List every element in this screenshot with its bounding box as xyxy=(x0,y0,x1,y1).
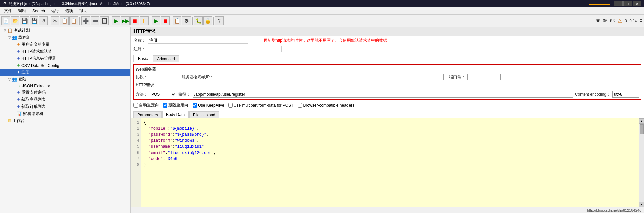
keepalive-checkbox[interactable] xyxy=(193,103,197,108)
name-label: 名称： xyxy=(133,38,146,43)
tree-node-view-results[interactable]: 📊 察看结果树 xyxy=(0,110,130,117)
expand-test-plan[interactable]: ▽ xyxy=(3,28,7,33)
toolbar-new[interactable]: 📄 xyxy=(1,16,10,25)
line-num-4: 4 xyxy=(132,138,139,144)
toolbar-sep-6 xyxy=(192,17,193,25)
toolbar-shutdown[interactable]: ⏸ xyxy=(140,16,149,25)
icon-thread-group: 👥 xyxy=(12,35,17,40)
follow-redirect-checkbox[interactable] xyxy=(163,103,167,108)
tab-parameters[interactable]: Parameters xyxy=(133,111,162,118)
toolbar-config[interactable]: ⚙ xyxy=(182,16,191,25)
name-input[interactable] xyxy=(148,37,248,44)
tree-node-register[interactable]: ✦ 注册 xyxy=(0,69,130,76)
maximize-button[interactable]: □ xyxy=(623,1,632,6)
toolbar-remote-start[interactable]: ▶ xyxy=(152,16,160,25)
port-input[interactable] xyxy=(467,74,501,80)
tree-node-get-products[interactable]: ✦ 获取商品列表 xyxy=(0,96,130,103)
toolbar-help[interactable]: ? xyxy=(215,16,224,25)
expand-thread-group[interactable]: ▽ xyxy=(7,35,12,40)
toolbar-start[interactable]: ▶ xyxy=(112,16,120,25)
code-content[interactable]: { "mobile":"${mobile}", "password":"${pa… xyxy=(141,118,639,207)
scroll-thumb[interactable] xyxy=(640,124,644,134)
tree-node-login[interactable]: ▽ 👥 登陆 xyxy=(0,76,130,83)
toolbar-save[interactable]: 💾 xyxy=(20,16,29,25)
line-num-3: 3 xyxy=(132,132,139,138)
comment-input[interactable] xyxy=(148,46,282,52)
name-row: 名称： 再新增http请求的时候，这里就不用写了。会使用默认请求值中的数据 xyxy=(131,36,644,45)
multipart-checkbox[interactable] xyxy=(228,103,233,108)
toolbar-bug[interactable]: 🐛 xyxy=(194,16,203,25)
tab-basic[interactable]: Basic xyxy=(133,55,152,62)
panel-title: HTTP请求 xyxy=(133,28,155,34)
line-num-6: 6 xyxy=(132,150,139,156)
tree-node-thread-group[interactable]: ▽ 👥 线程组 xyxy=(0,34,130,41)
toolbar-collapse[interactable]: ➖ xyxy=(91,16,99,25)
title-bar-controls: ▬▬▬▬▬▬▬ ─ □ ✕ xyxy=(589,1,641,6)
encoding-input[interactable] xyxy=(612,91,639,98)
toolbar-expand[interactable]: ➕ xyxy=(81,16,90,25)
menu-bar: 文件 编辑 Search 运行 选项 帮助 xyxy=(0,7,644,15)
toolbar-revert[interactable]: ↺ xyxy=(39,16,48,25)
tree-node-reset-pay-pw[interactable]: ✦ 重置支付密码 xyxy=(0,89,130,96)
toolbar-remote-stop[interactable]: ⏹ xyxy=(161,16,170,25)
scroll-down-button[interactable]: ▼ xyxy=(639,202,644,207)
toolbar-saveas[interactable]: 💾 xyxy=(30,16,38,25)
menu-search[interactable]: Search xyxy=(30,8,48,14)
tab-files-upload[interactable]: Files Upload xyxy=(189,111,219,118)
code-scrollbar[interactable]: ▲ ▼ xyxy=(639,118,644,207)
toolbar-stop[interactable]: ⏹ xyxy=(130,16,139,25)
tab-advanced[interactable]: Advanced xyxy=(153,55,179,62)
auto-redirect-checkbox[interactable] xyxy=(133,103,138,108)
code-line-4: "platform":"windows", xyxy=(144,138,636,144)
comment-row: 注释： xyxy=(131,45,644,53)
checkbox-keepalive: Use KeepAlive xyxy=(193,103,224,108)
menu-file[interactable]: 文件 xyxy=(1,7,15,14)
toolbar-ssl[interactable]: 🔒 xyxy=(203,16,212,25)
browser-compat-checkbox[interactable] xyxy=(298,103,302,108)
scroll-up-button[interactable]: ▲ xyxy=(639,118,644,124)
scroll-track[interactable] xyxy=(639,124,644,202)
tree-node-workbench[interactable]: 🖥 工作台 xyxy=(0,117,130,124)
tree-node-test-plan[interactable]: ▽ 📋 测试计划 xyxy=(0,27,130,34)
tree-node-json-extractor[interactable]: → JSON Extractor xyxy=(0,83,130,89)
toolbar-paste[interactable]: 📋 xyxy=(69,16,78,25)
run-time: 00:00:03 xyxy=(596,18,615,23)
menu-run[interactable]: 运行 xyxy=(48,7,62,14)
toolbar-start-nopause[interactable]: ▶▶ xyxy=(121,16,130,25)
close-button[interactable]: ✕ xyxy=(633,1,641,6)
status-url: http://blog.csdn.net/ljp812184246 xyxy=(587,208,641,212)
tree-node-http-headers[interactable]: ✦ HTTP信息头管理器 xyxy=(0,55,130,62)
code-line-3: "password":"${password}", xyxy=(144,132,636,138)
protocol-input[interactable] xyxy=(150,74,176,80)
line-numbers: 1 2 3 4 5 6 7 8 xyxy=(131,118,141,207)
menu-help[interactable]: 帮助 xyxy=(76,7,90,14)
tree-node-csv-config[interactable]: ✦ CSV Data Set Config xyxy=(0,62,130,69)
toolbar-template[interactable]: 📋 xyxy=(173,16,181,25)
status-bar: http://blog.csdn.net/ljp812184246 xyxy=(131,207,644,213)
toolbar-cut[interactable]: ✂ xyxy=(51,16,59,25)
icon-http-defaults: ✦ xyxy=(17,49,20,54)
checkbox-follow-redirect: 跟随重定向 xyxy=(163,102,189,108)
menu-options[interactable]: 选项 xyxy=(62,7,76,14)
tree-node-get-orders[interactable]: ✦ 获取订单列表 xyxy=(0,103,130,110)
toolbar-open[interactable]: 📂 xyxy=(11,16,19,25)
expand-login[interactable]: ▽ xyxy=(7,77,12,82)
code-line-5: "username":"liuqiuxiu1", xyxy=(144,144,636,150)
minimize-button[interactable]: ─ xyxy=(614,1,623,6)
toolbar-toggle[interactable]: 🔲 xyxy=(100,16,109,25)
encoding-label: Content encoding： xyxy=(575,92,610,97)
tree-node-http-defaults[interactable]: ✦ HTTP请求默认值 xyxy=(0,48,130,55)
tab-body-data[interactable]: Body Data xyxy=(162,111,189,118)
menu-edit[interactable]: 编辑 xyxy=(15,7,29,14)
tree-node-user-vars[interactable]: ✦ 用户定义的变量 xyxy=(0,41,130,48)
path-input[interactable] xyxy=(193,91,573,98)
app-icon: ⚗ xyxy=(3,1,7,6)
host-input[interactable] xyxy=(216,74,444,80)
toolbar-copy[interactable]: 📋 xyxy=(60,16,69,25)
window-title: 易捷支付.jmx (D:\apache-jmeter-3.3\bin\易捷支付.… xyxy=(9,1,150,6)
method-select[interactable]: POST GET PUT DELETE xyxy=(150,91,176,98)
icon-json-extractor: → xyxy=(17,83,21,88)
progress-indicator: ▬▬▬▬▬▬▬ xyxy=(589,2,610,5)
web-server-title: Web服务器 xyxy=(136,66,639,74)
line-num-1: 1 xyxy=(132,120,139,126)
